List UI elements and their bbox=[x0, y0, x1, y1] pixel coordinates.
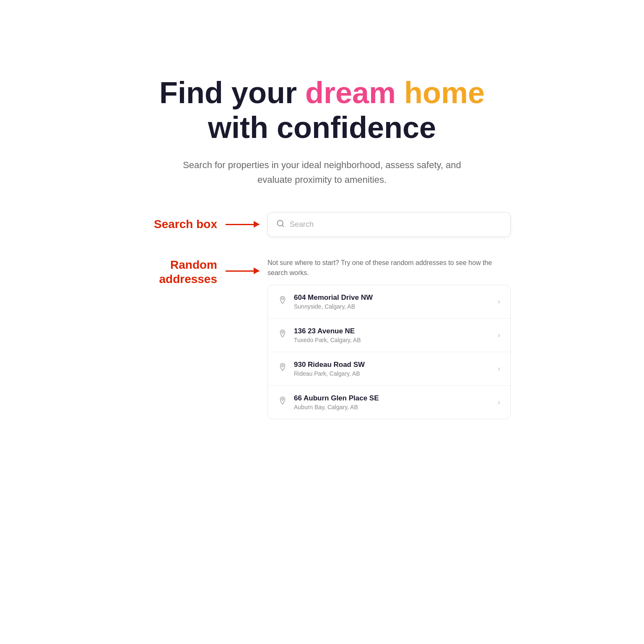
address-sub-3: Rideau Park, Calgary, AB bbox=[294, 370, 493, 377]
search-section: Search box bbox=[133, 212, 511, 237]
location-icon-3 bbox=[278, 363, 287, 374]
address-text-block-3: 930 Rideau Road SW Rideau Park, Calgary,… bbox=[294, 361, 493, 377]
address-main-4: 66 Auburn Glen Place SE bbox=[294, 394, 493, 402]
address-text-block-1: 604 Memorial Drive NW Sunnyside, Calgary… bbox=[294, 293, 493, 310]
random-hint-text: Not sure where to start? Try one of thes… bbox=[267, 258, 511, 278]
address-text-block-4: 66 Auburn Glen Place SE Auburn Bay, Calg… bbox=[294, 394, 493, 410]
address-main-3: 930 Rideau Road SW bbox=[294, 361, 493, 369]
addresses-list: 604 Memorial Drive NW Sunnyside, Calgary… bbox=[267, 285, 511, 419]
svg-point-3 bbox=[282, 332, 284, 334]
random-arrow-line bbox=[226, 270, 259, 272]
svg-point-2 bbox=[282, 298, 284, 300]
search-input[interactable] bbox=[290, 220, 502, 229]
random-annotation-label: Randomaddresses bbox=[133, 258, 217, 286]
random-annotation-arrow bbox=[226, 258, 259, 272]
chevron-right-icon-3: › bbox=[498, 364, 500, 373]
address-item-4[interactable]: 66 Auburn Glen Place SE Auburn Bay, Calg… bbox=[268, 386, 510, 419]
address-sub-1: Sunnyside, Calgary, AB bbox=[294, 303, 493, 310]
search-annotation-arrow bbox=[226, 224, 259, 225]
svg-point-5 bbox=[282, 399, 284, 401]
arrow-line bbox=[226, 224, 259, 225]
address-sub-2: Tuxedo Park, Calgary, AB bbox=[294, 337, 493, 343]
svg-line-1 bbox=[282, 225, 284, 227]
address-text-block-2: 136 23 Avenue NE Tuxedo Park, Calgary, A… bbox=[294, 327, 493, 343]
hero-title-home: home bbox=[404, 76, 485, 109]
location-icon-4 bbox=[278, 396, 287, 408]
address-main-2: 136 23 Avenue NE bbox=[294, 327, 493, 335]
svg-point-4 bbox=[282, 365, 284, 367]
hero-title-space bbox=[396, 76, 404, 109]
search-box-wrapper bbox=[267, 212, 511, 237]
random-content: Not sure where to start? Try one of thes… bbox=[267, 258, 511, 419]
hero-title-prefix: Find your bbox=[159, 76, 305, 109]
chevron-right-icon-2: › bbox=[498, 331, 500, 340]
hero-title: Find your dream home with confidence bbox=[159, 75, 485, 145]
search-icon bbox=[276, 219, 285, 230]
address-item-2[interactable]: 136 23 Avenue NE Tuxedo Park, Calgary, A… bbox=[268, 319, 510, 352]
address-item-1[interactable]: 604 Memorial Drive NW Sunnyside, Calgary… bbox=[268, 285, 510, 319]
location-icon-2 bbox=[278, 329, 287, 341]
search-annotation-label: Search box bbox=[133, 218, 217, 231]
random-addresses-section: Randomaddresses Not sure where to start?… bbox=[133, 258, 511, 428]
random-annotation-row: Randomaddresses Not sure where to start?… bbox=[133, 258, 511, 419]
search-input-container bbox=[267, 212, 511, 237]
chevron-right-icon-1: › bbox=[498, 297, 500, 306]
hero-title-suffix: with confidence bbox=[208, 111, 436, 144]
hero-subtitle: Search for properties in your ideal neig… bbox=[175, 158, 469, 187]
address-item-3[interactable]: 930 Rideau Road SW Rideau Park, Calgary,… bbox=[268, 352, 510, 386]
hero-section: Find your dream home with confidence Sea… bbox=[159, 75, 485, 187]
location-icon-1 bbox=[278, 296, 287, 307]
hero-title-dream: dream bbox=[305, 76, 396, 109]
address-sub-4: Auburn Bay, Calgary, AB bbox=[294, 404, 493, 410]
chevron-right-icon-4: › bbox=[498, 398, 500, 407]
address-main-1: 604 Memorial Drive NW bbox=[294, 293, 493, 302]
search-annotation-row: Search box bbox=[133, 212, 511, 237]
